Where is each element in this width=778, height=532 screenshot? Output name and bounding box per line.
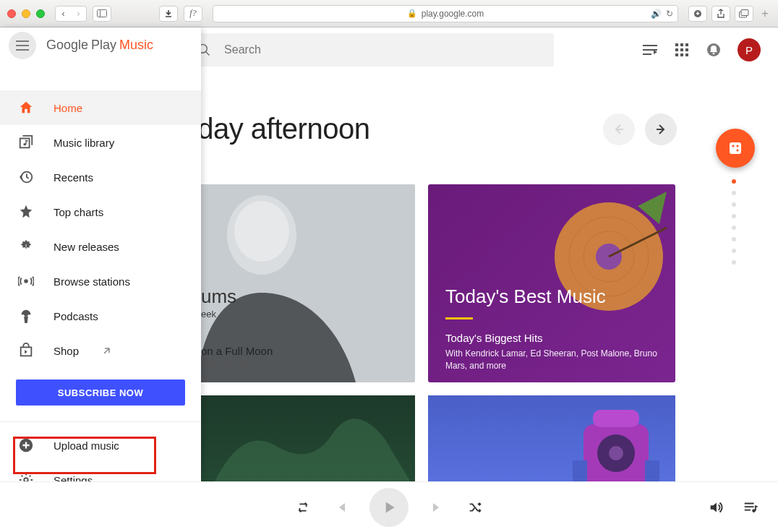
search-input[interactable]: [224, 43, 544, 56]
sidebar-label: Top charts: [54, 206, 103, 218]
shuffle-icon: [467, 499, 483, 515]
window-controls: [7, 9, 45, 18]
svg-rect-36: [20, 139, 30, 148]
volume-icon: [708, 499, 724, 515]
sidebar-item-upload-music[interactable]: Upload music: [0, 428, 201, 463]
sidebar-logo[interactable]: Google Play Music: [45, 38, 153, 53]
card-artist: s Brown • 45 songs: [201, 359, 275, 369]
subscribe-button[interactable]: SUBSCRIBE NOW: [16, 379, 185, 406]
upload-icon: [17, 437, 35, 453]
menu-button[interactable]: [9, 32, 36, 59]
skip-next-icon: [430, 500, 445, 515]
account-avatar[interactable]: P: [738, 38, 761, 61]
url-text: play.google.com: [422, 9, 484, 19]
downloads-button[interactable]: [159, 6, 178, 22]
svg-point-40: [24, 279, 28, 283]
sidebar-label: New releases: [54, 241, 119, 253]
svg-point-28: [609, 446, 623, 460]
search-box[interactable]: [187, 33, 554, 66]
carousel-next-button[interactable]: [645, 113, 677, 145]
sidebar-label: Podcasts: [54, 310, 98, 322]
svg-rect-13: [675, 53, 678, 56]
svg-rect-7: [675, 43, 678, 46]
svg-rect-9: [685, 43, 688, 46]
fullscreen-window-button[interactable]: [36, 9, 45, 18]
recommendation-card-best-music[interactable]: Today's Best Music Today's Biggest Hits …: [428, 184, 675, 382]
new-releases-icon: !: [17, 239, 35, 254]
close-window-button[interactable]: [7, 9, 16, 18]
sidebar-item-new-releases[interactable]: ! New releases: [0, 229, 201, 264]
queue-icon: [743, 499, 758, 515]
sidebar-item-library[interactable]: Music library: [0, 125, 201, 160]
show-sidebar-button[interactable]: [93, 6, 111, 22]
shop-icon: [17, 343, 35, 359]
sidebar-item-browse-stations[interactable]: Browse stations: [0, 264, 201, 299]
svg-point-35: [736, 145, 738, 147]
avatar-initial: P: [745, 44, 753, 56]
sidebar-item-top-charts[interactable]: Top charts: [0, 194, 201, 229]
sidebar-drawer: Google Play Music Home Music library Rec…: [0, 27, 201, 532]
sidebar-item-recents[interactable]: Recents: [0, 160, 201, 194]
sidebar-item-home[interactable]: Home: [0, 90, 201, 125]
external-icon: [102, 346, 112, 356]
shuffle-button[interactable]: [466, 499, 484, 515]
recents-icon: [17, 169, 35, 185]
font-button[interactable]: f?: [184, 6, 202, 22]
player-bar: [0, 481, 778, 532]
download-indicator[interactable]: [688, 6, 707, 22]
sidebar-label: Recents: [54, 171, 93, 184]
sidebar-label: Home: [54, 102, 82, 114]
sidebar-item-podcasts[interactable]: Podcasts: [0, 299, 201, 333]
recommendation-card-4[interactable]: [428, 395, 675, 489]
card-title: ums: [201, 286, 236, 308]
queue-button[interactable]: [742, 499, 759, 515]
tabs-button[interactable]: [735, 6, 753, 22]
card-title: Today's Best Music: [445, 286, 606, 308]
nav-back-forward[interactable]: ‹›: [55, 6, 87, 22]
svg-point-34: [736, 149, 738, 151]
prev-button[interactable]: [332, 500, 349, 515]
repeat-button[interactable]: [294, 499, 312, 515]
sidebar-item-shop[interactable]: Shop: [0, 333, 201, 368]
page-indicator[interactable]: [732, 179, 736, 265]
share-button[interactable]: [711, 6, 730, 22]
home-icon: [17, 100, 35, 116]
arrow-left-icon: [612, 122, 626, 137]
cast-queue-button[interactable]: [642, 42, 658, 58]
card-subtitle: eek: [201, 309, 216, 319]
new-tab-button[interactable]: +: [759, 7, 771, 20]
next-button[interactable]: [429, 500, 446, 515]
svg-rect-29: [593, 410, 639, 427]
back-icon[interactable]: ‹: [56, 9, 71, 19]
svg-point-17: [713, 53, 715, 55]
minimize-window-button[interactable]: [22, 9, 30, 18]
notifications-button[interactable]: [706, 42, 722, 58]
card-accent-bar: [445, 317, 473, 319]
sidebar-label: Upload music: [54, 439, 119, 452]
recommendation-card-3[interactable]: [168, 395, 415, 489]
svg-rect-4: [741, 9, 748, 15]
sidebar-label: Music library: [54, 137, 114, 149]
card-description: With Kendrick Lamar, Ed Sheeran, Post Ma…: [445, 348, 661, 372]
sidebar-label: Browse stations: [54, 275, 130, 288]
svg-point-33: [732, 145, 734, 147]
browser-toolbar: ‹› f? 🔒 play.google.com 🔊 ↻ +: [0, 0, 778, 27]
svg-rect-14: [680, 53, 683, 56]
play-icon: [380, 498, 398, 517]
recommendation-card-albums[interactable]: ums eek on a Full Moon s Brown • 45 song…: [168, 184, 415, 382]
card-album: on a Full Moon: [201, 345, 273, 357]
star-icon: [17, 204, 35, 220]
arrow-right-icon: [654, 122, 668, 137]
apps-button[interactable]: [674, 42, 690, 58]
reload-icon[interactable]: ↻: [666, 9, 673, 19]
svg-line-6: [206, 52, 210, 56]
play-button[interactable]: [369, 488, 409, 527]
address-bar[interactable]: 🔒 play.google.com 🔊 ↻: [213, 5, 678, 22]
reader-icon[interactable]: 🔊: [651, 9, 662, 19]
shuffle-fab[interactable]: [716, 129, 755, 168]
volume-button[interactable]: [707, 499, 724, 515]
menu-icon: [16, 40, 29, 51]
forward-icon[interactable]: ›: [71, 9, 86, 19]
svg-rect-12: [685, 48, 688, 51]
carousel-prev-button[interactable]: [603, 113, 635, 145]
